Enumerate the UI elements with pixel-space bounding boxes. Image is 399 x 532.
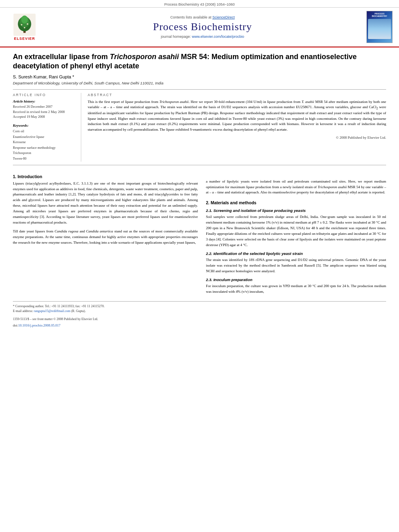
svg-point-4	[21, 15, 28, 23]
keyword-corn-oil: Corn oil	[13, 129, 76, 134]
intro-para2: Till date yeast lipases from Candida rug…	[13, 229, 198, 246]
sub3-text: For inoculum preparation, the culture wa…	[206, 283, 386, 295]
corresponding-note: * Corresponding author. Tel.: +91 11 241…	[13, 304, 386, 309]
email-line: E-mail address: rangupta15@rediffmail.co…	[13, 309, 386, 314]
issn-line: 1359-5113/$ – see front matter © 2008 Pu…	[13, 317, 386, 322]
article-title: An extracellular lipase from Trichosporo…	[13, 52, 386, 71]
abstract-col: ABSTRACT This is the first report of lip…	[88, 93, 386, 162]
intro-heading: 1. Introduction	[13, 174, 198, 179]
divider-2	[13, 165, 386, 165]
svg-point-7	[24, 27, 25, 29]
keyword-enantioselective: Enantioselective lipase	[13, 134, 76, 140]
body-content: 1. Introduction Lipases (triacylglycerol…	[13, 170, 386, 295]
methods-heading: 2. Materials and methods	[206, 200, 386, 205]
intro-para1: Lipases (triacylglycerol acylhydrolases,…	[13, 181, 198, 226]
svg-point-5	[21, 24, 23, 25]
article-info-label: ARTICLE INFO	[13, 93, 76, 97]
divider-1	[13, 89, 386, 90]
keyword-kerosene: Kerosene	[13, 140, 76, 145]
sub1-text: Soil samples were collected from petrole…	[206, 214, 386, 248]
contents-line: Contents lists available at ScienceDirec…	[43, 15, 362, 19]
svg-point-6	[27, 23, 29, 25]
sub2-text: The strain was identified by 18S rDNA ge…	[206, 257, 386, 274]
keyword-tween: Tween-80	[13, 156, 76, 162]
elsevier-label: ELSEVIER	[14, 37, 35, 41]
journal-header: Process Biochemistry 43 (2008) 1054–1060	[0, 0, 399, 47]
footer-section: * Corresponding author. Tel.: +91 11 241…	[13, 301, 386, 327]
journal-cover-image: PROCESSBIOCHEMISTRY	[366, 11, 393, 43]
page-wrapper: Process Biochemistry 43 (2008) 1054–1060	[0, 0, 399, 334]
keyword-rsm: Response surface methodology	[13, 145, 76, 151]
authors: S. Suresh Kumar, Rani Gupta *	[13, 74, 386, 79]
journal-info: Process Biochemistry 43 (2008) 1054–1060	[164, 2, 234, 6]
sub2-heading: 2.2. Identification of the selected lipo…	[206, 251, 386, 256]
body-right-col: a number of lipolytic yeasts were isolat…	[206, 170, 386, 295]
affiliation: Department of Microbiology, University o…	[13, 81, 386, 85]
sciencedirect-link[interactable]: ScienceDirect	[212, 15, 235, 19]
journal-main-header: ELSEVIER Contents lists available at Sci…	[0, 7, 399, 47]
sub1-heading: 2.1. Screening and isolation of lipase p…	[206, 208, 386, 213]
body-left-col: 1. Introduction Lipases (triacylglycerol…	[13, 170, 198, 295]
received-date: Received 26 December 2007	[13, 104, 76, 109]
accepted-date: Accepted 19 May 2008	[13, 114, 76, 119]
sub3-heading: 2.3. Inoculum preparation	[206, 277, 386, 282]
elsevier-tree-icon	[12, 14, 37, 36]
elsevier-logo: ELSEVIER	[6, 14, 43, 41]
journal-title-center: Contents lists available at ScienceDirec…	[43, 15, 362, 39]
abstract-label: ABSTRACT	[88, 93, 386, 97]
homepage-link[interactable]: www.elsevier.com/locate/procbio	[192, 35, 244, 39]
abstract-text: This is the first report of lipase produ…	[88, 99, 386, 133]
journal-name: Process Biochemistry	[43, 21, 362, 33]
doi-line: doi:10.1016/j.procbio.2008.05.017	[13, 323, 386, 327]
body-two-col: 1. Introduction Lipases (triacylglycerol…	[13, 170, 386, 295]
cover-title: PROCESSBIOCHEMISTRY	[372, 12, 387, 17]
email-link[interactable]: rangupta15@rediffmail.com	[34, 309, 70, 313]
journal-cover-right: PROCESSBIOCHEMISTRY	[362, 11, 393, 43]
intro-para-cont: a number of lipolytic yeasts were isolat…	[206, 179, 386, 196]
keywords-label: Keywords:	[13, 123, 76, 127]
journal-homepage: journal homepage: www.elsevier.com/locat…	[43, 35, 362, 39]
keyword-trichosporon: Trichosporon	[13, 150, 76, 156]
keywords-block: Keywords: Corn oil Enantioselective lipa…	[13, 123, 76, 162]
doi-link[interactable]: 10.1016/j.procbio.2008.05.017	[18, 323, 60, 327]
revised-date: Received in revised form 2 May 2008	[13, 109, 76, 115]
article-history: Article history: Received 26 December 20…	[13, 99, 76, 119]
elsevier-logo-area: ELSEVIER	[6, 14, 43, 41]
article-info-abstract-section: ARTICLE INFO Article history: Received 2…	[13, 93, 386, 162]
copyright-line: © 2008 Published by Elsevier Ltd.	[88, 136, 386, 140]
main-content: An extracellular lipase from Trichosporo…	[0, 47, 399, 334]
journal-top-bar: Process Biochemistry 43 (2008) 1054–1060	[0, 0, 399, 7]
article-info-col: ARTICLE INFO Article history: Received 2…	[13, 93, 81, 162]
history-label: Article history:	[13, 99, 76, 103]
